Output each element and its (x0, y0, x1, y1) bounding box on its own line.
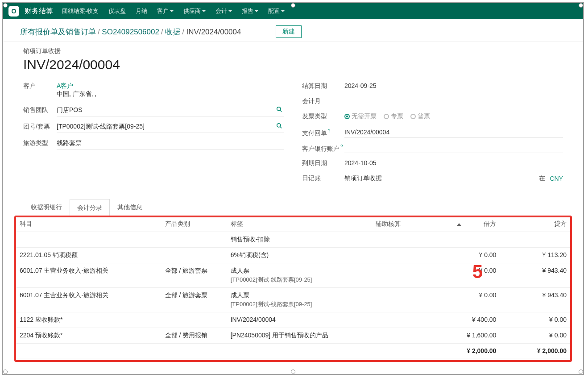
col-label[interactable]: 标签 (225, 216, 371, 232)
nav-item-vendor[interactable]: 供应商 (183, 7, 206, 15)
cell-credit[interactable]: ¥ 943.40 (501, 288, 572, 312)
cell-debit[interactable]: ¥ 400.00 (422, 312, 502, 328)
table-row[interactable]: 2221.01.05 销项税额 6%销项税(含) ¥ 0.00 ¥ 113.20 (14, 248, 572, 263)
cell-aux[interactable] (370, 232, 422, 248)
bank-value[interactable] (344, 143, 563, 153)
cell-category[interactable]: 全部 / 旅游套票 (160, 263, 225, 288)
cell-account[interactable]: 2221.01.05 销项税额 (14, 248, 160, 263)
col-aux[interactable]: 辅助核算 (370, 216, 422, 232)
cell-credit[interactable]: ¥ 113.20 (501, 248, 572, 263)
breadcrumb-receipt[interactable]: 收据 (165, 28, 180, 36)
invoice-type-normal[interactable]: 普票 (410, 112, 430, 120)
resize-handle[interactable] (3, 370, 8, 374)
tab-other-info[interactable]: 其他信息 (110, 199, 150, 216)
tab-receipt-lines[interactable]: 收据明细行 (23, 199, 70, 216)
cell-label[interactable]: 成人票[TP00002]测试-线路套票[09-25] (225, 288, 371, 312)
payref-value[interactable]: INV/2024/00004 (344, 128, 563, 138)
bank-label: 客户银行账户? (302, 143, 344, 153)
cell-account[interactable]: 6001.07 主营业务收入-旅游相关 (14, 263, 160, 288)
cell-aux[interactable] (370, 312, 422, 328)
cell-aux[interactable] (370, 328, 422, 344)
chevron-down-icon (202, 10, 206, 12)
form-right-column: 结算日期 2024-09-25 会计月 发票类型 无需开票 专票 普票 (302, 81, 563, 190)
col-debit[interactable]: 借方 (422, 216, 502, 232)
cell-aux[interactable] (370, 288, 422, 312)
cell-credit[interactable]: ¥ 0.00 (501, 328, 572, 344)
breadcrumb-root[interactable]: 所有报价单及销售订单 (20, 28, 96, 36)
col-credit[interactable]: 贷方 (501, 216, 572, 232)
cell-credit[interactable] (501, 232, 572, 248)
customer-link[interactable]: A客户 (57, 82, 73, 89)
app-brand[interactable]: 财务结算 (25, 7, 53, 16)
cell-category[interactable]: 全部 / 旅游套票 (160, 288, 225, 312)
breadcrumb-bar: 所有报价单及销售订单 / SO24092506002 / 收据 / INV/20… (3, 19, 583, 42)
nav-item-customer[interactable]: 客户 (157, 7, 174, 15)
cell-debit[interactable]: ¥ 0.00 (422, 263, 502, 288)
cell-account[interactable]: 1122 应收账款* (14, 312, 160, 328)
resize-handle[interactable] (579, 3, 583, 8)
journal-value: 销项订单收据 在 CNY (344, 174, 563, 184)
travel-type-value[interactable]: 线路套票 (57, 138, 284, 150)
cell-label[interactable]: INV/2024/00004 (225, 312, 371, 328)
cell-debit[interactable]: ¥ 1,600.00 (422, 328, 502, 344)
table-row[interactable]: 1122 应收账款* INV/2024/00004 ¥ 400.00 ¥ 0.0… (14, 312, 572, 328)
cell-credit[interactable]: ¥ 0.00 (501, 312, 572, 328)
group-label: 团号/套票 (23, 122, 57, 131)
col-category[interactable]: 产品类别 (160, 216, 225, 232)
table-row[interactable]: 销售预收-扣除 (14, 232, 572, 248)
cell-credit[interactable]: ¥ 943.40 (501, 263, 572, 288)
nav-item-config[interactable]: 配置 (268, 7, 285, 15)
nav-item-settlement[interactable]: 团线结案-收支 (62, 7, 99, 15)
accounting-month-value[interactable] (344, 96, 563, 106)
customer-address: 中国, 广东省, , (57, 90, 96, 97)
nav-item-monthly[interactable]: 月结 (136, 7, 147, 15)
payref-label: 支付回单? (302, 128, 344, 137)
cell-aux[interactable] (370, 248, 422, 263)
cell-debit[interactable]: ¥ 0.00 (422, 248, 502, 263)
tab-journal-entries[interactable]: 会计分录 (70, 199, 110, 216)
search-icon[interactable] (276, 106, 282, 114)
chevron-down-icon (255, 10, 258, 12)
breadcrumb-so[interactable]: SO24092506002 (102, 28, 159, 36)
currency-link[interactable]: CNY (550, 175, 563, 182)
group-value[interactable]: [TP00002]测试-线路套票[09-25] (57, 122, 284, 133)
table-row[interactable]: 2204 预收账款* 全部 / 费用报销 [PN24050009] 用于销售预收… (14, 328, 572, 344)
resize-handle[interactable] (291, 3, 295, 8)
invoice-type-special[interactable]: 专票 (384, 112, 403, 120)
nav-item-dashboard[interactable]: 仪表盘 (108, 7, 126, 15)
table-row[interactable]: 6001.07 主营业务收入-旅游相关 全部 / 旅游套票 成人票[TP0000… (14, 288, 572, 312)
cell-aux[interactable] (370, 263, 422, 288)
help-icon[interactable]: ? (328, 129, 331, 133)
cell-category[interactable] (160, 248, 225, 263)
cell-debit[interactable] (422, 232, 502, 248)
search-icon[interactable] (276, 123, 282, 130)
team-value[interactable]: 门店POS (57, 105, 284, 116)
doc-subtitle: 销项订单收据 (23, 47, 563, 55)
customer-value: A客户 中国, 广东省, , (57, 81, 284, 100)
resize-handle[interactable] (579, 370, 583, 374)
nav-item-report[interactable]: 报告 (242, 7, 258, 15)
table-row[interactable]: 6001.07 主营业务收入-旅游相关 全部 / 旅游套票 成人票[TP0000… (14, 263, 572, 288)
nav-item-accounting[interactable]: 会计 (215, 7, 232, 15)
app-logo[interactable]: O (8, 6, 19, 17)
cell-label[interactable]: [PN24050009] 用于销售预收的产品 (225, 328, 371, 344)
cell-debit[interactable]: ¥ 0.00 (422, 288, 502, 312)
cell-label[interactable]: 6%销项税(含) (225, 248, 371, 263)
cell-category[interactable] (160, 232, 225, 248)
help-icon[interactable]: ? (340, 144, 343, 149)
invoice-type-none[interactable]: 无需开票 (344, 112, 377, 120)
cell-account[interactable] (14, 232, 160, 248)
cell-label[interactable]: 成人票[TP00002]测试-线路套票[09-25] (225, 263, 371, 288)
new-button[interactable]: 新建 (276, 25, 302, 38)
resize-handle[interactable] (291, 370, 295, 374)
cell-category[interactable]: 全部 / 费用报销 (160, 328, 225, 344)
settle-date-value[interactable]: 2024-09-25 (344, 81, 563, 91)
cell-account[interactable]: 6001.07 主营业务收入-旅游相关 (14, 288, 160, 312)
col-account[interactable]: 科目 (14, 216, 160, 232)
breadcrumb-sep: / (182, 28, 186, 36)
cell-category[interactable] (160, 312, 225, 328)
cell-label[interactable]: 销售预收-扣除 (225, 232, 371, 248)
resize-handle[interactable] (3, 3, 8, 8)
due-date-value[interactable]: 2024-10-05 (344, 158, 563, 168)
cell-account[interactable]: 2204 预收账款* (14, 328, 160, 344)
